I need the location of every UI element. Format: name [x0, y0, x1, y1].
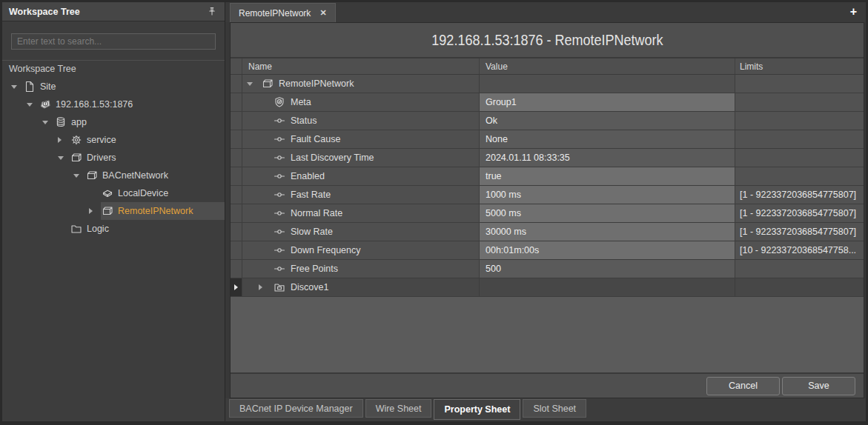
row-gutter — [231, 93, 242, 111]
collapse-arrow-icon[interactable] — [247, 82, 262, 86]
tree-item-logic[interactable]: Logic — [2, 220, 225, 238]
tree-item-drivers[interactable]: Drivers — [2, 149, 225, 167]
value-cell-enabled[interactable]: true — [480, 167, 735, 185]
property-row-free-points[interactable]: Free Points500 — [231, 260, 864, 278]
property-name-cell: Status — [242, 112, 480, 130]
slider-icon — [274, 152, 287, 164]
row-gutter — [231, 130, 242, 148]
row-gutter — [231, 75, 242, 93]
collapse-arrow-icon[interactable] — [58, 156, 70, 160]
slider-icon — [274, 133, 287, 145]
pin-icon[interactable] — [206, 6, 218, 18]
tree-item-label: BACnetNetwork — [102, 170, 168, 181]
property-row-enabled[interactable]: Enabledtrue — [231, 167, 864, 186]
bottom-tab-bacnet-ip-device-manager[interactable]: BACnet IP Device Manager — [229, 399, 363, 418]
tree-item-bacnetnetwork[interactable]: BACnetNetwork — [2, 167, 225, 184]
name-column-header: Name — [242, 58, 480, 74]
expand-arrow-icon[interactable] — [89, 208, 101, 214]
row-gutter — [231, 167, 242, 185]
value-cell-slow-rate[interactable]: 30000 ms — [480, 223, 735, 241]
workspace-tree-panel: Workspace Tree Workspace Tree Site192.16… — [2, 2, 225, 421]
expand-arrow-icon[interactable] — [58, 137, 70, 143]
property-row-down-frequency[interactable]: Down Frequency00h:01m:00s[10 - 922337203… — [231, 241, 864, 260]
tree-item-label: service — [87, 135, 116, 145]
property-row-status[interactable]: StatusOk — [231, 112, 864, 130]
tree-item-192-168-1-53-1876[interactable]: 192.168.1.53:1876 — [2, 96, 225, 113]
bottom-tab-slot-sheet[interactable]: Slot Sheet — [523, 399, 586, 418]
tree-section-label: Workspace Tree — [2, 60, 225, 76]
limits-cell-discove1 — [735, 278, 864, 296]
collapse-arrow-icon[interactable] — [27, 103, 39, 107]
layers-icon — [262, 78, 275, 90]
property-name-cell: Free Points — [242, 260, 480, 278]
property-name-cell: Down Frequency — [242, 241, 480, 259]
tab-remoteipnetwork[interactable]: RemoteIPNetwork ✕ — [230, 3, 336, 22]
value-cell-fault-cause: None — [480, 130, 735, 148]
property-name-cell: RemoteIPNetwork — [242, 75, 480, 93]
property-name-label: Status — [291, 116, 317, 126]
property-row-remoteipnetwork[interactable]: RemoteIPNetwork — [231, 75, 864, 93]
value-cell-status: Ok — [480, 112, 735, 130]
slider-icon — [274, 263, 287, 275]
bottom-tab-property-sheet[interactable]: Property Sheet — [434, 399, 520, 420]
tree-item-localdevice[interactable]: LocalDevice — [2, 184, 225, 202]
tree-item-site[interactable]: Site — [2, 78, 225, 96]
limits-cell-meta — [735, 93, 864, 111]
slider-icon — [274, 207, 287, 219]
value-cell-meta[interactable]: Group1 — [480, 93, 735, 111]
row-gutter — [231, 149, 242, 167]
value-cell-fast-rate[interactable]: 1000 ms — [480, 186, 735, 204]
panel-title: Workspace Tree — [9, 7, 206, 17]
database-icon — [54, 116, 67, 128]
property-row-fault-cause[interactable]: Fault CauseNone — [231, 130, 864, 149]
row-gutter — [231, 241, 242, 259]
button-bar: Cancel Save — [231, 372, 864, 398]
row-marker-icon — [231, 278, 242, 296]
bottom-tab-bar: BACnet IP Device ManagerWire SheetProper… — [225, 398, 866, 421]
limits-column-header: Limits — [735, 58, 864, 74]
value-cell-last-discovery-time: 2024.01.11 08:33:35 — [480, 149, 735, 167]
shield-icon — [274, 96, 287, 108]
slider-icon — [274, 226, 287, 238]
main-area: RemoteIPNetwork ✕ + 192.168.1.53:1876 - … — [225, 2, 866, 421]
property-name-label: Fault Cause — [291, 134, 340, 144]
tree-item-remoteipnetwork[interactable]: RemoteIPNetwork — [2, 202, 225, 220]
search-input[interactable] — [11, 33, 216, 50]
property-row-last-discovery-time[interactable]: Last Discovery Time2024.01.11 08:33:35 — [231, 149, 864, 167]
tree-item-service[interactable]: service — [2, 131, 225, 149]
new-tab-icon[interactable]: + — [850, 4, 857, 19]
value-cell-down-frequency[interactable]: 00h:01m:00s — [480, 241, 735, 259]
property-row-normal-rate[interactable]: Normal Rate5000 ms[1 - 92233720368547758… — [231, 204, 864, 223]
workspace-tree: Site192.168.1.53:1876appserviceDriversBA… — [2, 78, 225, 238]
property-name-label: Last Discovery Time — [291, 153, 374, 163]
tree-item-label: app — [71, 117, 87, 127]
property-row-slow-rate[interactable]: Slow Rate30000 ms[1 - 922337203685477580… — [231, 223, 864, 241]
tree-item-label: RemoteIPNetwork — [118, 206, 193, 216]
tab-bar: RemoteIPNetwork ✕ + — [225, 2, 866, 22]
bottom-tab-wire-sheet[interactable]: Wire Sheet — [365, 399, 432, 418]
property-row-fast-rate[interactable]: Fast Rate1000 ms[1 - 9223372036854775807… — [231, 186, 864, 204]
collapse-arrow-icon[interactable] — [42, 121, 54, 124]
property-name-cell: Enabled — [242, 167, 480, 185]
value-cell-free-points: 500 — [480, 260, 735, 278]
layers-icon — [101, 205, 113, 217]
expand-arrow-icon[interactable] — [259, 284, 274, 290]
property-name-label: Free Points — [291, 264, 338, 274]
document-icon — [23, 81, 36, 93]
property-row-meta[interactable]: MetaGroup1 — [231, 93, 864, 112]
collapse-arrow-icon[interactable] — [11, 85, 23, 89]
cancel-button[interactable]: Cancel — [706, 377, 780, 395]
tree-item-app[interactable]: app — [2, 113, 225, 131]
close-icon[interactable]: ✕ — [319, 8, 326, 18]
property-name-label: Discove1 — [291, 282, 328, 292]
collapse-arrow-icon[interactable] — [73, 174, 85, 178]
property-row-discove1[interactable]: Discove1 — [231, 278, 864, 297]
value-cell-normal-rate[interactable]: 5000 ms — [480, 204, 735, 222]
value-cell-remoteipnetwork — [480, 75, 735, 93]
property-name-cell: Meta — [242, 93, 480, 111]
view-title-bar: 192.168.1.53:1876 - RemoteIPNetwork — [231, 23, 864, 58]
value-column-header: Value — [480, 58, 735, 74]
save-button[interactable]: Save — [782, 377, 855, 395]
empty-area — [231, 297, 864, 372]
slider-icon — [274, 170, 287, 182]
